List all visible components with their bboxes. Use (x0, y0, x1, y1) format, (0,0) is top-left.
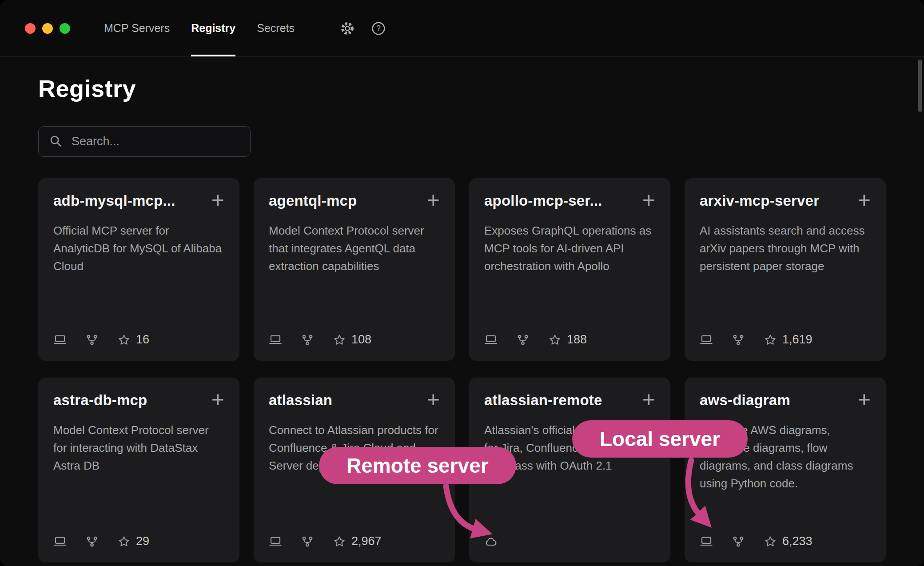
svg-text:?: ? (376, 24, 381, 32)
add-server-button[interactable]: + (427, 192, 440, 207)
star-icon (548, 333, 562, 347)
local-server-icon (53, 333, 67, 347)
star-count: 108 (351, 333, 371, 347)
server-card-atlassian: atlassian + Connect to Atlassian product… (254, 378, 455, 562)
server-description: AI assistants search and access arXiv pa… (700, 222, 871, 275)
cloud-remote-server-icon (484, 535, 498, 548)
card-footer: 108 (269, 333, 440, 347)
star-count: 1,619 (782, 333, 812, 347)
tab-registry[interactable]: Registry (191, 0, 235, 56)
github-fork-icon (732, 333, 745, 347)
github-fork-icon (732, 535, 745, 548)
topbar-actions: ? (340, 0, 386, 56)
star-icon (117, 535, 131, 548)
card-footer: 1,619 (700, 333, 871, 347)
github-fork-icon (301, 333, 314, 347)
server-name: atlassian-remote (484, 392, 602, 409)
server-name: astra-db-mcp (53, 392, 147, 409)
local-server-icon (484, 333, 498, 347)
local-server-icon (700, 333, 713, 347)
local-server-icon (269, 333, 282, 347)
close-window-button[interactable] (25, 23, 36, 34)
search-input[interactable] (38, 126, 251, 157)
star-count-group: 188 (548, 333, 587, 347)
server-description: Model Context Protocol server for intera… (53, 421, 224, 474)
server-card-apollo-mcp-server: apollo-mcp-ser... + Exposes GraphQL oper… (469, 178, 670, 361)
add-server-button[interactable]: + (211, 192, 224, 207)
github-fork-icon (85, 333, 99, 347)
registry-page: Registry adb-mysql-mcp... + Official MCP… (0, 75, 924, 562)
star-icon (117, 333, 131, 347)
server-card-adb-mysql-mcp: adb-mysql-mcp... + Official MCP server f… (38, 178, 239, 361)
add-server-button[interactable]: + (642, 192, 655, 207)
search-icon (49, 134, 62, 149)
star-count: 16 (136, 333, 149, 347)
star-count: 6,233 (782, 534, 812, 548)
star-icon (333, 333, 346, 347)
minimize-window-button[interactable] (42, 23, 53, 34)
traffic-lights (0, 0, 70, 56)
scrollbar-thumb[interactable] (918, 60, 922, 112)
local-server-icon (700, 535, 713, 548)
server-name: atlassian (269, 392, 332, 409)
add-server-button[interactable]: + (642, 392, 655, 407)
server-description: Generate AWS diagrams, sequence diagrams… (700, 421, 871, 492)
server-description: Exposes GraphQL operations as MCP tools … (484, 222, 655, 275)
server-name: agentql-mcp (269, 192, 357, 209)
page-title: Registry (38, 75, 886, 102)
add-server-button[interactable]: + (427, 392, 440, 407)
star-count-group: 2,967 (333, 534, 382, 548)
add-server-button[interactable]: + (211, 392, 224, 407)
server-description: Model Context Protocol server that integ… (269, 222, 440, 275)
add-server-button[interactable]: + (858, 392, 871, 407)
server-card-atlassian-remote: atlassian-remote + Atlassian's official … (469, 378, 670, 562)
server-description: Official MCP server for AnalyticDB for M… (53, 222, 224, 275)
card-footer: 188 (484, 333, 655, 347)
server-card-aws-diagram: aws-diagram + Generate AWS diagrams, seq… (685, 378, 886, 562)
github-fork-icon (301, 535, 314, 548)
server-card-astra-db-mcp: astra-db-mcp + Model Context Protocol se… (38, 378, 239, 562)
main-nav: MCP Servers Registry Secrets (104, 0, 295, 56)
star-count-group: 6,233 (764, 534, 812, 548)
local-server-icon (53, 535, 67, 548)
server-card-arxiv-mcp-server: arxiv-mcp-server + AI assistants search … (685, 178, 886, 361)
github-fork-icon (516, 333, 530, 347)
github-fork-icon (85, 535, 99, 548)
zoom-window-button[interactable] (60, 23, 70, 34)
card-footer (484, 535, 655, 548)
star-count: 29 (136, 534, 149, 548)
star-count-group: 1,619 (764, 333, 812, 347)
app-window: MCP Servers Registry Secrets ? Registry (0, 0, 924, 566)
server-name: adb-mysql-mcp... (53, 192, 175, 209)
local-server-icon (269, 535, 282, 548)
card-footer: 29 (53, 534, 224, 548)
star-count-group: 16 (117, 333, 149, 347)
server-name: aws-diagram (700, 392, 790, 409)
tab-secrets[interactable]: Secrets (257, 0, 295, 56)
server-description: Connect to Atlassian products for Conflu… (269, 421, 440, 474)
card-footer: 6,233 (700, 534, 871, 548)
star-icon (764, 333, 777, 347)
server-name: arxiv-mcp-server (700, 192, 819, 209)
server-card-grid: adb-mysql-mcp... + Official MCP server f… (38, 178, 886, 562)
nav-divider (320, 18, 320, 39)
star-count-group: 29 (117, 534, 149, 548)
window-titlebar: MCP Servers Registry Secrets ? (0, 0, 924, 57)
add-server-button[interactable]: + (858, 192, 871, 207)
tab-mcp-servers[interactable]: MCP Servers (104, 0, 170, 56)
search-box (38, 126, 251, 157)
card-footer: 16 (53, 333, 224, 347)
settings-gear-icon[interactable] (340, 21, 355, 36)
server-name: apollo-mcp-ser... (484, 192, 602, 209)
star-count: 188 (567, 333, 587, 347)
help-icon[interactable]: ? (371, 21, 386, 36)
server-description: Atlassian's official MCP server for Jira… (484, 421, 655, 474)
star-count-group: 108 (333, 333, 371, 347)
card-footer: 2,967 (269, 534, 440, 548)
star-icon (333, 535, 346, 548)
star-count: 2,967 (351, 534, 382, 548)
star-icon (764, 535, 777, 548)
server-card-agentql-mcp: agentql-mcp + Model Context Protocol ser… (254, 178, 455, 361)
